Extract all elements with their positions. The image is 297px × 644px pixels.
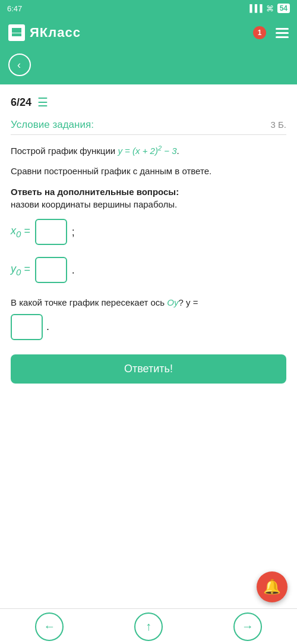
section-header: Условие задания: 3 Б. [11, 119, 286, 135]
status-right: ▐▐▐ ⌘ 54 [247, 4, 290, 13]
oy-question-text: В какой точке график пересекает ось Oy? … [11, 295, 286, 310]
bottom-nav: ← ↑ → [0, 608, 297, 644]
nav-next-icon: → [242, 620, 254, 633]
wifi-icon: ⌘ [266, 4, 274, 13]
signal-icon: ▐▐▐ [247, 4, 263, 12]
logo-area: ЯКласс [8, 24, 81, 41]
oy-label: Oy [167, 297, 178, 307]
section-points: 3 Б. [270, 120, 286, 130]
y0-row: y0 = . [11, 257, 286, 283]
notification-fab[interactable]: 🔔 [257, 571, 287, 602]
task-line1: Построй график функции y = (x + 2)2 − 3. [11, 143, 286, 158]
status-bar: 6:47 ▐▐▐ ⌘ 54 [0, 0, 297, 17]
y0-label: y0 = [11, 263, 30, 277]
progress-label: 6/24 [11, 96, 31, 109]
menu-icon[interactable] [276, 28, 289, 38]
task-line2: Сравни построенный график с данным в отв… [11, 164, 286, 178]
back-row: ‹ [0, 49, 297, 84]
y0-input[interactable] [35, 257, 67, 283]
header-right: 1 [253, 26, 289, 39]
task-bold: Ответь на дополнительные вопросы: [11, 187, 286, 197]
x0-row: x0 = ; [11, 219, 286, 245]
nav-prev-button[interactable]: ← [35, 612, 64, 641]
nav-up-button[interactable]: ↑ [134, 612, 163, 641]
formula: y = (x + 2)2 − 3 [118, 146, 176, 156]
back-arrow-icon: ‹ [17, 59, 21, 70]
svg-rect-0 [12, 28, 17, 33]
submit-button[interactable]: Ответить! [11, 354, 286, 384]
bell-icon: 🔔 [263, 579, 281, 595]
progress-row: 6/24 ☰ [11, 95, 286, 109]
notification-badge[interactable]: 1 [253, 26, 266, 39]
back-button[interactable]: ‹ [8, 54, 31, 76]
nav-prev-icon: ← [43, 620, 55, 633]
logo-text: ЯКласс [30, 25, 81, 40]
main-content: 6/24 ☰ Условие задания: 3 Б. Построй гра… [0, 84, 297, 407]
x0-label: x0 = [11, 225, 30, 239]
section-title: Условие задания: [11, 119, 94, 131]
task-sub: назови координаты вершины параболы. [11, 199, 286, 209]
x0-input[interactable] [35, 219, 67, 245]
nav-up-icon: ↑ [146, 620, 151, 633]
oy-input-row: . [11, 314, 286, 340]
svg-rect-2 [12, 33, 21, 36]
nav-next-button[interactable]: → [233, 612, 262, 641]
battery-label: 54 [277, 4, 290, 13]
svg-rect-1 [17, 28, 21, 33]
header: ЯКласс 1 [0, 17, 297, 49]
oy-input[interactable] [11, 314, 43, 340]
oy-separator: . [46, 321, 49, 333]
status-time: 6:47 [7, 4, 22, 13]
x0-separator: ; [72, 226, 75, 238]
list-icon: ☰ [37, 95, 48, 109]
y0-separator: . [72, 264, 75, 277]
logo-icon [8, 24, 25, 41]
